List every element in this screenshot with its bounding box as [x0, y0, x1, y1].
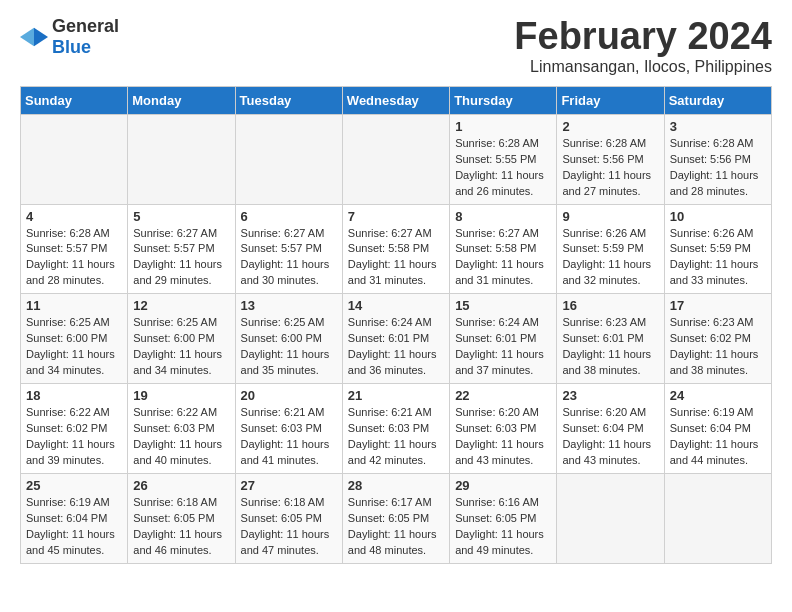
table-row: 25Sunrise: 6:19 AMSunset: 6:04 PMDayligh…: [21, 473, 128, 563]
logo-general: General: [52, 16, 119, 36]
day-info: Sunrise: 6:28 AMSunset: 5:56 PMDaylight:…: [562, 136, 658, 200]
day-number: 2: [562, 119, 658, 134]
table-row: 15Sunrise: 6:24 AMSunset: 6:01 PMDayligh…: [450, 294, 557, 384]
week-row-1: 1Sunrise: 6:28 AMSunset: 5:55 PMDaylight…: [21, 114, 772, 204]
day-number: 11: [26, 298, 122, 313]
day-number: 8: [455, 209, 551, 224]
day-info: Sunrise: 6:23 AMSunset: 6:01 PMDaylight:…: [562, 315, 658, 379]
day-info: Sunrise: 6:26 AMSunset: 5:59 PMDaylight:…: [562, 226, 658, 290]
day-info: Sunrise: 6:22 AMSunset: 6:03 PMDaylight:…: [133, 405, 229, 469]
day-info: Sunrise: 6:28 AMSunset: 5:55 PMDaylight:…: [455, 136, 551, 200]
col-thursday: Thursday: [450, 86, 557, 114]
day-number: 14: [348, 298, 444, 313]
table-row: 6Sunrise: 6:27 AMSunset: 5:57 PMDaylight…: [235, 204, 342, 294]
day-number: 1: [455, 119, 551, 134]
day-number: 23: [562, 388, 658, 403]
day-info: Sunrise: 6:21 AMSunset: 6:03 PMDaylight:…: [241, 405, 337, 469]
day-number: 29: [455, 478, 551, 493]
table-row: [128, 114, 235, 204]
day-number: 27: [241, 478, 337, 493]
table-row: 26Sunrise: 6:18 AMSunset: 6:05 PMDayligh…: [128, 473, 235, 563]
day-info: Sunrise: 6:16 AMSunset: 6:05 PMDaylight:…: [455, 495, 551, 559]
calendar-header-row: Sunday Monday Tuesday Wednesday Thursday…: [21, 86, 772, 114]
day-number: 18: [26, 388, 122, 403]
table-row: 18Sunrise: 6:22 AMSunset: 6:02 PMDayligh…: [21, 384, 128, 474]
day-info: Sunrise: 6:25 AMSunset: 6:00 PMDaylight:…: [133, 315, 229, 379]
day-info: Sunrise: 6:18 AMSunset: 6:05 PMDaylight:…: [241, 495, 337, 559]
table-row: 20Sunrise: 6:21 AMSunset: 6:03 PMDayligh…: [235, 384, 342, 474]
day-info: Sunrise: 6:27 AMSunset: 5:57 PMDaylight:…: [133, 226, 229, 290]
table-row: [21, 114, 128, 204]
day-info: Sunrise: 6:18 AMSunset: 6:05 PMDaylight:…: [133, 495, 229, 559]
col-monday: Monday: [128, 86, 235, 114]
table-row: 16Sunrise: 6:23 AMSunset: 6:01 PMDayligh…: [557, 294, 664, 384]
logo-text: General Blue: [52, 16, 119, 58]
page-title: February 2024: [514, 16, 772, 58]
day-number: 20: [241, 388, 337, 403]
table-row: 28Sunrise: 6:17 AMSunset: 6:05 PMDayligh…: [342, 473, 449, 563]
table-row: 23Sunrise: 6:20 AMSunset: 6:04 PMDayligh…: [557, 384, 664, 474]
day-info: Sunrise: 6:20 AMSunset: 6:03 PMDaylight:…: [455, 405, 551, 469]
day-number: 10: [670, 209, 766, 224]
day-number: 25: [26, 478, 122, 493]
day-info: Sunrise: 6:17 AMSunset: 6:05 PMDaylight:…: [348, 495, 444, 559]
day-number: 4: [26, 209, 122, 224]
day-info: Sunrise: 6:24 AMSunset: 6:01 PMDaylight:…: [455, 315, 551, 379]
table-row: 13Sunrise: 6:25 AMSunset: 6:00 PMDayligh…: [235, 294, 342, 384]
calendar-table: Sunday Monday Tuesday Wednesday Thursday…: [20, 86, 772, 564]
day-number: 22: [455, 388, 551, 403]
logo: General Blue: [20, 16, 119, 58]
day-number: 7: [348, 209, 444, 224]
day-info: Sunrise: 6:21 AMSunset: 6:03 PMDaylight:…: [348, 405, 444, 469]
col-saturday: Saturday: [664, 86, 771, 114]
day-info: Sunrise: 6:27 AMSunset: 5:57 PMDaylight:…: [241, 226, 337, 290]
day-number: 12: [133, 298, 229, 313]
table-row: 10Sunrise: 6:26 AMSunset: 5:59 PMDayligh…: [664, 204, 771, 294]
day-info: Sunrise: 6:19 AMSunset: 6:04 PMDaylight:…: [670, 405, 766, 469]
table-row: 1Sunrise: 6:28 AMSunset: 5:55 PMDaylight…: [450, 114, 557, 204]
day-info: Sunrise: 6:27 AMSunset: 5:58 PMDaylight:…: [455, 226, 551, 290]
day-info: Sunrise: 6:20 AMSunset: 6:04 PMDaylight:…: [562, 405, 658, 469]
table-row: 27Sunrise: 6:18 AMSunset: 6:05 PMDayligh…: [235, 473, 342, 563]
title-block: February 2024 Linmansangan, Ilocos, Phil…: [514, 16, 772, 76]
day-info: Sunrise: 6:25 AMSunset: 6:00 PMDaylight:…: [241, 315, 337, 379]
table-row: 24Sunrise: 6:19 AMSunset: 6:04 PMDayligh…: [664, 384, 771, 474]
day-number: 16: [562, 298, 658, 313]
day-number: 26: [133, 478, 229, 493]
table-row: 22Sunrise: 6:20 AMSunset: 6:03 PMDayligh…: [450, 384, 557, 474]
page-subtitle: Linmansangan, Ilocos, Philippines: [514, 58, 772, 76]
day-number: 15: [455, 298, 551, 313]
table-row: 29Sunrise: 6:16 AMSunset: 6:05 PMDayligh…: [450, 473, 557, 563]
week-row-4: 18Sunrise: 6:22 AMSunset: 6:02 PMDayligh…: [21, 384, 772, 474]
day-number: 6: [241, 209, 337, 224]
table-row: 11Sunrise: 6:25 AMSunset: 6:00 PMDayligh…: [21, 294, 128, 384]
table-row: 2Sunrise: 6:28 AMSunset: 5:56 PMDaylight…: [557, 114, 664, 204]
day-number: 21: [348, 388, 444, 403]
day-number: 28: [348, 478, 444, 493]
day-number: 3: [670, 119, 766, 134]
col-sunday: Sunday: [21, 86, 128, 114]
week-row-5: 25Sunrise: 6:19 AMSunset: 6:04 PMDayligh…: [21, 473, 772, 563]
table-row: 14Sunrise: 6:24 AMSunset: 6:01 PMDayligh…: [342, 294, 449, 384]
header: General Blue February 2024 Linmansangan,…: [20, 16, 772, 76]
day-info: Sunrise: 6:28 AMSunset: 5:57 PMDaylight:…: [26, 226, 122, 290]
week-row-2: 4Sunrise: 6:28 AMSunset: 5:57 PMDaylight…: [21, 204, 772, 294]
table-row: 3Sunrise: 6:28 AMSunset: 5:56 PMDaylight…: [664, 114, 771, 204]
table-row: 19Sunrise: 6:22 AMSunset: 6:03 PMDayligh…: [128, 384, 235, 474]
table-row: 12Sunrise: 6:25 AMSunset: 6:00 PMDayligh…: [128, 294, 235, 384]
day-info: Sunrise: 6:27 AMSunset: 5:58 PMDaylight:…: [348, 226, 444, 290]
generalblue-logo-icon: [20, 26, 48, 48]
table-row: 7Sunrise: 6:27 AMSunset: 5:58 PMDaylight…: [342, 204, 449, 294]
day-number: 5: [133, 209, 229, 224]
day-number: 17: [670, 298, 766, 313]
col-wednesday: Wednesday: [342, 86, 449, 114]
day-info: Sunrise: 6:26 AMSunset: 5:59 PMDaylight:…: [670, 226, 766, 290]
table-row: 17Sunrise: 6:23 AMSunset: 6:02 PMDayligh…: [664, 294, 771, 384]
col-tuesday: Tuesday: [235, 86, 342, 114]
table-row: [664, 473, 771, 563]
day-number: 19: [133, 388, 229, 403]
week-row-3: 11Sunrise: 6:25 AMSunset: 6:00 PMDayligh…: [21, 294, 772, 384]
table-row: 8Sunrise: 6:27 AMSunset: 5:58 PMDaylight…: [450, 204, 557, 294]
day-info: Sunrise: 6:24 AMSunset: 6:01 PMDaylight:…: [348, 315, 444, 379]
day-info: Sunrise: 6:19 AMSunset: 6:04 PMDaylight:…: [26, 495, 122, 559]
